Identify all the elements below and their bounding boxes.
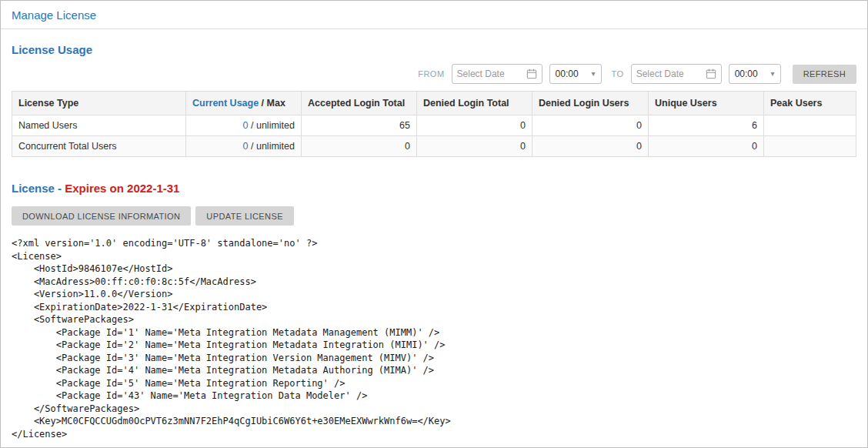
refresh-button[interactable]: REFRESH — [793, 65, 856, 84]
col-current-usage: Current Usage / Max — [186, 92, 302, 115]
update-license-button[interactable]: UPDATE LICENSE — [195, 206, 294, 226]
to-time-value: 00:00 — [735, 69, 758, 79]
manage-license-page: Manage License License Usage FROM 00:00 — [0, 0, 868, 448]
peak-users-cell — [764, 115, 856, 136]
license-heading-prefix: License - — [12, 182, 65, 195]
table-header-row: License Type Current Usage / Max Accepte… — [12, 92, 856, 115]
license-type-cell: Concurrent Total Users — [12, 136, 186, 157]
license-type-cell: Named Users — [12, 115, 186, 136]
license-usage-heading: License Usage — [12, 43, 856, 56]
page-title: Manage License — [12, 8, 96, 22]
max-header-suffix: / Max — [259, 98, 285, 109]
current-usage-header-link[interactable]: Current Usage — [192, 98, 259, 109]
page-header: Manage License — [1, 1, 867, 29]
col-accepted-login-total: Accepted Login Total — [302, 92, 417, 115]
max-value-suffix: / unlimited — [249, 141, 295, 152]
chevron-down-icon: ▾ — [771, 70, 775, 78]
license-usage-table: License Type Current Usage / Max Accepte… — [12, 91, 856, 157]
license-xml-content: <?xml version='1.0' encoding='UTF-8' sta… — [12, 237, 856, 440]
to-time-select[interactable]: 00:00 ▾ — [729, 64, 781, 84]
col-denied-login-users: Denied Login Users — [532, 92, 649, 115]
page-content: License Usage FROM 00:00 ▾ TO — [1, 43, 867, 440]
license-actions: DOWNLOAD LICENSE INFORMATION UPDATE LICE… — [12, 206, 856, 226]
unique-users-cell: 6 — [649, 115, 764, 136]
from-label: FROM — [418, 69, 444, 79]
table-row: Concurrent Total Users 0 / unlimited 0 0… — [12, 136, 856, 157]
license-expiry-text: Expires on 2022-1-31 — [65, 182, 179, 195]
col-license-type: License Type — [12, 92, 186, 115]
current-usage-cell: 0 / unlimited — [186, 115, 302, 136]
col-denied-login-total: Denied Login Total — [417, 92, 532, 115]
current-usage-cell: 0 / unlimited — [186, 136, 302, 157]
usage-filter-bar: FROM 00:00 ▾ TO — [12, 64, 856, 84]
license-heading: License - Expires on 2022-1-31 — [12, 182, 856, 195]
denied-login-users-cell: 0 — [532, 115, 649, 136]
max-value-suffix: / unlimited — [249, 120, 295, 131]
current-usage-value-link[interactable]: 0 — [243, 120, 249, 131]
accepted-login-total-cell: 65 — [302, 115, 417, 136]
to-date-input[interactable] — [631, 64, 722, 84]
chevron-down-icon: ▾ — [592, 70, 596, 78]
col-unique-users: Unique Users — [649, 92, 764, 115]
to-date-field[interactable] — [636, 69, 706, 79]
denied-login-total-cell: 0 — [417, 136, 532, 157]
unique-users-cell: 0 — [649, 136, 764, 157]
peak-users-cell — [764, 136, 856, 157]
denied-login-users-cell: 0 — [532, 136, 649, 157]
denied-login-total-cell: 0 — [417, 115, 532, 136]
to-label: TO — [612, 69, 624, 79]
download-license-button[interactable]: DOWNLOAD LICENSE INFORMATION — [12, 206, 191, 226]
current-usage-value-link[interactable]: 0 — [243, 141, 249, 152]
calendar-icon[interactable] — [706, 69, 716, 79]
calendar-icon[interactable] — [526, 69, 537, 79]
accepted-login-total-cell: 0 — [302, 136, 417, 157]
from-time-value: 00:00 — [556, 69, 579, 79]
from-time-select[interactable]: 00:00 ▾ — [549, 64, 602, 84]
from-date-field[interactable] — [457, 69, 526, 79]
table-row: Named Users 0 / unlimited 65 0 0 6 — [12, 115, 856, 136]
from-date-input[interactable] — [452, 64, 542, 84]
col-peak-users: Peak Users — [764, 92, 856, 115]
